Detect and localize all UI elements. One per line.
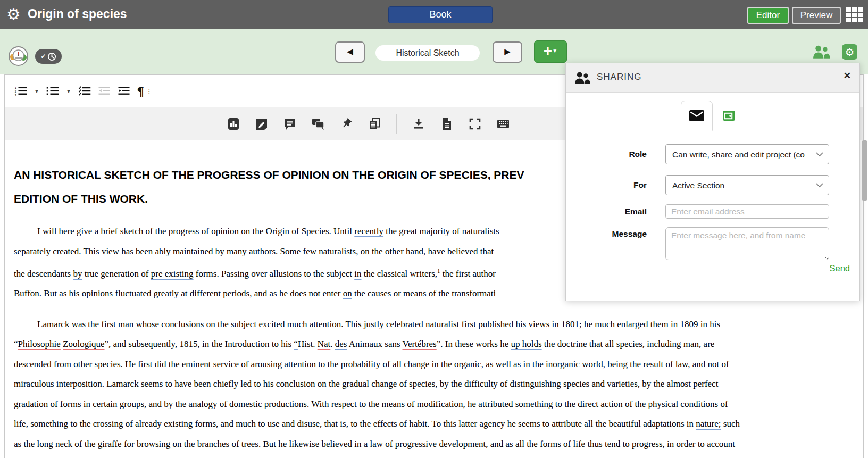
- left-triangle-icon: ◀: [347, 47, 353, 56]
- previous-section-button[interactable]: ◀: [335, 41, 365, 63]
- editor-mode-button[interactable]: Editor: [747, 7, 789, 24]
- svg-text:1: 1: [15, 86, 17, 89]
- indent-button[interactable]: [118, 85, 130, 97]
- bullet-list-button[interactable]: [46, 85, 59, 97]
- indent-icon: [118, 85, 130, 97]
- close-icon[interactable]: ✕: [844, 70, 851, 81]
- numbered-list-icon: 123: [14, 85, 27, 97]
- for-label: For: [566, 180, 647, 190]
- sharing-tabs: [681, 101, 745, 131]
- history-clock-icon: [47, 52, 56, 61]
- comment-note-icon[interactable]: [283, 118, 296, 130]
- fullscreen-icon[interactable]: [469, 118, 481, 130]
- scrollbar-thumb[interactable]: [862, 140, 867, 201]
- send-button[interactable]: Send: [829, 263, 850, 273]
- text-line: life, something to the crossing of alrea…: [14, 414, 853, 434]
- bullet-list-icon: [46, 85, 59, 97]
- text-line: as the long neck of the giraffe for brow…: [14, 434, 853, 454]
- avatar[interactable]: [9, 46, 28, 66]
- sharing-panel: SHARING ✕ Role Can write, share and edit…: [565, 63, 860, 301]
- preview-mode-button[interactable]: Preview: [792, 7, 841, 24]
- email-label: Email: [566, 207, 647, 216]
- edit-note-icon[interactable]: [255, 118, 268, 130]
- envelope-icon: [689, 110, 704, 121]
- role-label: Role: [566, 149, 647, 159]
- numbered-list-button[interactable]: 123: [14, 85, 27, 97]
- check-icon: ✓: [40, 53, 46, 60]
- statistics-icon[interactable]: [227, 118, 240, 130]
- numbered-list-caret-icon[interactable]: ▼: [34, 88, 39, 94]
- pin-icon[interactable]: [340, 118, 353, 130]
- email-input[interactable]: [665, 204, 829, 219]
- next-section-button[interactable]: ▶: [493, 41, 522, 63]
- role-select[interactable]: Can write, share and edit project (co: [665, 144, 829, 164]
- svg-text:2: 2: [15, 90, 17, 93]
- top-bar: ⚙ Origin of species Book Editor Preview: [0, 0, 868, 29]
- section-title-pill: Historical Sketch: [375, 45, 480, 61]
- share-card-icon: [722, 109, 736, 122]
- app-gear-icon[interactable]: ⚙: [6, 5, 21, 23]
- copy-pages-icon[interactable]: [368, 118, 381, 130]
- tab-share-link[interactable]: [713, 101, 745, 131]
- document-icon[interactable]: [440, 118, 453, 130]
- paragraph: Lamarck was the first man whose conclusi…: [14, 314, 853, 454]
- text-line: “Philosophie Zoologique”, and subsequent…: [14, 334, 853, 354]
- caret-down-icon: ▼: [552, 48, 557, 54]
- text-line: miraculous interposition. Lamarck seems …: [14, 374, 853, 394]
- message-textarea[interactable]: [665, 227, 829, 260]
- for-select[interactable]: Active Section: [665, 175, 829, 195]
- chat-icon[interactable]: [312, 118, 324, 130]
- book-button[interactable]: Book: [388, 6, 493, 23]
- right-triangle-icon: ▶: [504, 47, 511, 56]
- plus-icon: +: [544, 43, 552, 59]
- collaborators-icon[interactable]: [813, 45, 831, 59]
- paragraph-marks-button[interactable]: ¶⋮: [137, 84, 153, 98]
- apps-grid-icon[interactable]: [846, 7, 864, 23]
- sharing-panel-header: SHARING ✕: [566, 63, 859, 93]
- multilevel-list-icon: [78, 85, 91, 97]
- paragraph-mark-icon: ¶: [137, 84, 144, 98]
- keyboard-icon[interactable]: [497, 118, 510, 130]
- avatar-gauge-icon: [10, 47, 27, 65]
- text-line: descended from other species. He first d…: [14, 354, 853, 374]
- outdent-button[interactable]: [98, 85, 111, 97]
- add-section-button[interactable]: +▼: [534, 40, 567, 63]
- sharing-title: SHARING: [597, 72, 641, 82]
- text-line: Lamarck was the first man whose conclusi…: [14, 314, 853, 335]
- text-line: gradation of forms in certain groups, an…: [14, 394, 853, 414]
- message-label: Message: [566, 229, 647, 239]
- dots-icon: ⋮: [146, 87, 153, 95]
- sharing-people-icon: [574, 71, 591, 85]
- multilevel-list-button[interactable]: [78, 85, 91, 97]
- settings-icon[interactable]: ⚙: [842, 44, 857, 60]
- download-icon[interactable]: [412, 118, 425, 130]
- history-status-badge[interactable]: ✓: [35, 49, 62, 64]
- outdent-icon: [98, 85, 111, 97]
- book-title: Origin of species: [28, 7, 127, 21]
- tab-email-invite[interactable]: [681, 101, 713, 131]
- bullet-list-caret-icon[interactable]: ▼: [66, 88, 71, 94]
- application-window: 123 ▼ ▼: [0, 0, 868, 458]
- svg-text:3: 3: [15, 94, 17, 97]
- toolbar-divider: [396, 114, 397, 134]
